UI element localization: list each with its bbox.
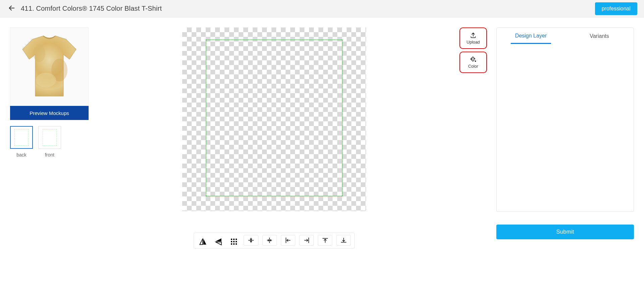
align-horizontal-center-icon[interactable] (262, 235, 277, 246)
flip-horizontal-icon[interactable] (197, 235, 209, 248)
topbar: 411. Comfort Colors® 1745 Color Blast T-… (0, 0, 644, 17)
svg-point-3 (36, 73, 56, 87)
design-toolbar (194, 233, 355, 249)
flip-vertical-icon[interactable] (213, 235, 224, 248)
svg-rect-6 (236, 239, 237, 240)
print-area-outline (206, 40, 343, 196)
align-top-icon[interactable] (318, 235, 332, 246)
svg-rect-5 (233, 239, 235, 240)
page-title: 411. Comfort Colors® 1745 Color Blast T-… (21, 5, 162, 12)
design-canvas[interactable] (182, 27, 366, 211)
grid-icon[interactable] (228, 235, 240, 248)
svg-rect-7 (231, 241, 232, 242)
svg-rect-8 (233, 241, 235, 242)
professional-button[interactable]: professional (595, 2, 637, 15)
center-column (98, 27, 450, 249)
upload-label: Upload (466, 40, 480, 45)
svg-rect-4 (231, 239, 232, 240)
right-panel: Design Layer Variants Submit (496, 27, 634, 249)
tab-variants[interactable]: Variants (565, 28, 634, 45)
mockup-image (10, 27, 89, 106)
thumb-front[interactable]: front (38, 126, 61, 158)
svg-rect-11 (233, 243, 235, 245)
back-icon[interactable] (8, 4, 15, 13)
color-label: Color (468, 64, 478, 69)
upload-button[interactable]: Upload (459, 27, 487, 49)
submit-button[interactable]: Submit (496, 225, 634, 239)
svg-point-1 (33, 45, 45, 62)
color-button[interactable]: Color (459, 52, 487, 73)
svg-rect-10 (231, 243, 232, 245)
preview-mockups-button[interactable]: Preview Mockups (10, 106, 89, 120)
thumb-back[interactable]: back (10, 126, 33, 158)
align-bottom-icon[interactable] (336, 235, 351, 246)
align-right-icon[interactable] (299, 235, 314, 246)
thumb-label: front (38, 152, 61, 158)
right-tools: Upload Color (459, 27, 487, 249)
align-left-icon[interactable] (281, 235, 295, 246)
svg-rect-9 (236, 241, 237, 242)
svg-point-28 (475, 61, 476, 62)
tab-design-layer[interactable]: Design Layer (497, 28, 565, 45)
thumb-label: back (10, 152, 33, 158)
svg-rect-12 (236, 243, 237, 245)
align-vertical-center-icon[interactable] (244, 235, 258, 246)
left-column: Preview Mockups back front (10, 27, 89, 249)
